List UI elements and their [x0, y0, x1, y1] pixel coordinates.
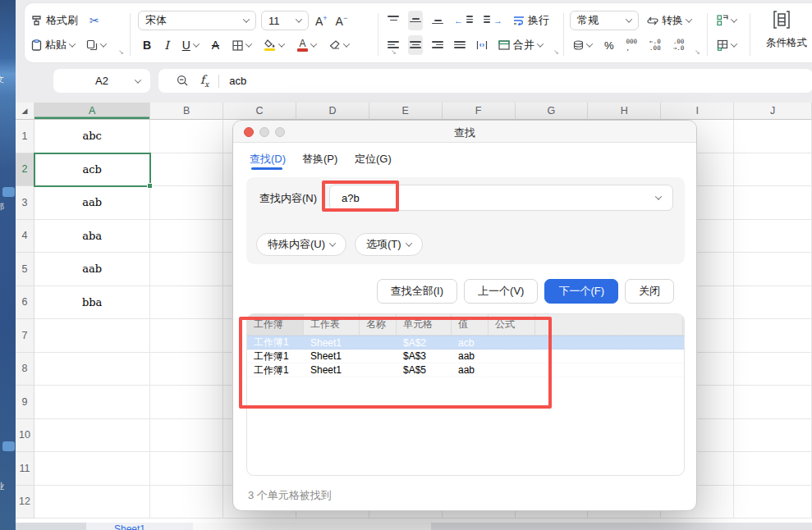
percent-button[interactable]: % — [603, 35, 616, 55]
grid-cell-J2[interactable] — [734, 153, 812, 187]
format-painter-button[interactable]: 格式刷 — [30, 11, 80, 30]
fill-handle[interactable] — [147, 183, 153, 189]
grid-cell-B6[interactable] — [150, 286, 223, 320]
increase-font-button[interactable]: A+ — [314, 11, 329, 30]
grid-cell-A7[interactable] — [34, 319, 150, 353]
row-header-3[interactable]: 3 — [16, 186, 34, 220]
rows-columns-button[interactable] — [715, 35, 738, 55]
conditional-format-label[interactable]: 条件格式 — [758, 36, 812, 50]
column-header-I[interactable]: I — [661, 103, 734, 120]
select-all-corner[interactable]: ◢ — [16, 103, 34, 120]
grid-cell-B11[interactable] — [150, 452, 223, 486]
column-header-H[interactable]: H — [588, 103, 661, 120]
grid-cell-A6[interactable]: bba — [34, 286, 150, 320]
increase-decimal-button[interactable]: .00→.0 — [672, 35, 686, 55]
row-header-8[interactable]: 8 — [16, 353, 34, 386]
clear-format-button[interactable] — [328, 35, 351, 55]
close-button[interactable]: 关闭 — [625, 279, 674, 304]
formula-bar[interactable]: fx acb — [158, 69, 812, 93]
grid-cell-B3[interactable] — [150, 186, 223, 220]
formula-input[interactable]: acb — [229, 75, 246, 87]
strikethrough-button[interactable]: A — [210, 35, 221, 55]
row-header-12[interactable]: 12 — [16, 486, 34, 519]
grid-cell-J5[interactable] — [734, 253, 812, 286]
grid-cell-J3[interactable] — [734, 186, 812, 220]
row-header-7[interactable]: 7 — [16, 319, 34, 353]
grid-cell-A12[interactable] — [34, 486, 150, 519]
align-left-button[interactable] — [386, 35, 401, 55]
sheet-tab-bar[interactable]: Sheet1 — [16, 523, 812, 530]
tab-goto[interactable]: 定位(G) — [355, 152, 392, 167]
increase-indent-button[interactable]: → — [482, 11, 504, 30]
grid-cell-J8[interactable] — [734, 353, 812, 386]
grid-cell-A4[interactable]: aba — [34, 220, 150, 254]
dialog-titlebar[interactable]: 查找 — [233, 121, 696, 143]
paste-button[interactable]: 粘贴 — [30, 35, 76, 55]
tab-find[interactable]: 查找(D) — [250, 152, 286, 167]
grid-cell-J12[interactable] — [734, 486, 812, 519]
grid-cell-A3[interactable]: aab — [34, 186, 150, 220]
insert-cells-button[interactable] — [715, 11, 738, 30]
row-header-10[interactable]: 10 — [16, 419, 34, 453]
grid-cell-J11[interactable] — [734, 452, 812, 486]
decrease-font-button[interactable]: A− — [334, 11, 350, 30]
row-header-4[interactable]: 4 — [16, 220, 34, 254]
find-next-button[interactable]: 下一个(F) — [544, 279, 618, 304]
active-cell-selection[interactable] — [34, 153, 151, 187]
merge-cells-button[interactable]: 合并 — [497, 35, 544, 55]
name-box[interactable]: A2 — [53, 69, 150, 93]
grid-cell-J1[interactable] — [734, 120, 812, 153]
row-header-9[interactable]: 9 — [16, 386, 34, 419]
fx-icon[interactable]: fx — [200, 73, 209, 89]
align-center-button[interactable] — [408, 35, 423, 55]
grid-cell-A9[interactable] — [34, 386, 150, 419]
align-middle-button[interactable] — [408, 11, 423, 30]
italic-button[interactable]: I — [163, 35, 171, 55]
row-header-6[interactable]: 6 — [16, 286, 34, 320]
row-header-5[interactable]: 5 — [16, 253, 34, 286]
grid-cell-A11[interactable] — [34, 452, 150, 486]
grid-cell-B5[interactable] — [150, 253, 223, 286]
dialog-launcher-icon[interactable]: ↘ — [118, 48, 124, 56]
row-header-2[interactable]: 2 — [16, 153, 34, 187]
dialog-launcher-icon[interactable]: ↘ — [553, 48, 559, 56]
column-header-G[interactable]: G — [516, 103, 589, 120]
dialog-launcher-icon[interactable]: ↘ — [695, 48, 700, 56]
find-previous-button[interactable]: 上一个(V) — [464, 279, 538, 304]
thousands-separator-button[interactable]: 000, — [625, 35, 640, 55]
font-size-select[interactable]: 11 — [261, 11, 309, 30]
tab-replace[interactable]: 替换(P) — [302, 152, 337, 167]
grid-cell-A5[interactable]: aab — [34, 253, 150, 286]
decrease-decimal-button[interactable]: ←.0.00 — [648, 35, 663, 55]
grid-cell-B9[interactable] — [150, 386, 223, 419]
fill-color-button[interactable] — [263, 35, 286, 55]
column-header-A[interactable]: A — [34, 103, 150, 120]
align-top-button[interactable] — [386, 11, 401, 30]
grid-cell-B2[interactable] — [150, 153, 223, 187]
justify-button[interactable] — [452, 35, 467, 55]
text-spacing-button[interactable] — [475, 35, 489, 55]
grid-cell-B1[interactable] — [150, 120, 223, 153]
align-bottom-button[interactable] — [430, 11, 445, 30]
wrap-text-button[interactable]: 换行 — [512, 11, 551, 30]
conditional-format-button[interactable] — [769, 10, 794, 30]
grid-cell-B10[interactable] — [150, 419, 223, 453]
column-header-J[interactable]: J — [734, 103, 812, 120]
number-format-select[interactable]: 常规 — [570, 11, 639, 30]
grid-cell-A1[interactable]: abc — [34, 120, 150, 153]
grid-cell-A8[interactable] — [34, 353, 150, 386]
align-right-button[interactable] — [430, 35, 445, 55]
grid-cell-J7[interactable] — [734, 319, 812, 353]
accounting-format-button[interactable] — [571, 35, 594, 55]
cut-button[interactable]: ✂ — [88, 11, 101, 30]
bold-button[interactable]: B — [141, 35, 153, 55]
font-family-select[interactable]: 宋体 — [138, 11, 256, 30]
options-button[interactable]: 选项(T) — [355, 233, 423, 256]
underline-button[interactable]: U — [181, 35, 200, 55]
borders-button[interactable] — [231, 35, 253, 55]
font-color-button[interactable]: A — [296, 35, 318, 55]
copy-button[interactable] — [85, 35, 108, 55]
column-header-E[interactable]: E — [369, 103, 443, 120]
grid-cell-B4[interactable] — [150, 220, 223, 254]
grid-cell-J4[interactable] — [734, 220, 812, 254]
